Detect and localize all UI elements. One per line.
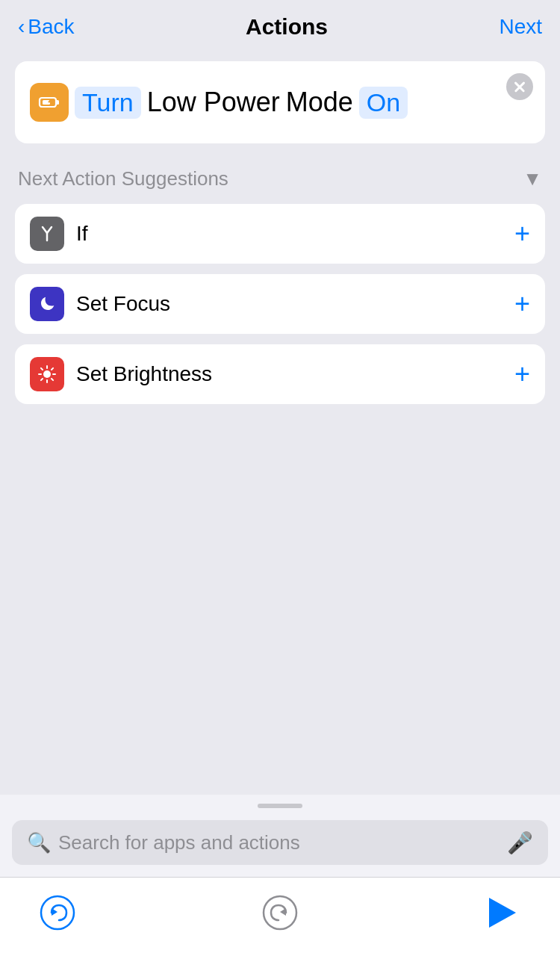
- battery-icon: [37, 90, 61, 114]
- svg-point-15: [264, 896, 296, 929]
- undo-button[interactable]: [37, 893, 78, 933]
- action-close-button[interactable]: [506, 73, 533, 100]
- search-placeholder-text: Search for apps and actions: [58, 831, 500, 854]
- run-button[interactable]: [482, 893, 523, 933]
- action-subject: Low Power: [147, 87, 280, 118]
- action-line2-subject: Mode: [286, 87, 353, 118]
- back-button[interactable]: ‹ Back: [18, 15, 75, 39]
- suggestion-item-if[interactable]: If +: [15, 204, 545, 264]
- if-icon: [30, 217, 64, 251]
- set-focus-icon: [30, 287, 64, 321]
- search-icon: 🔍: [27, 831, 51, 854]
- svg-line-10: [52, 379, 53, 380]
- drag-handle-container: [0, 795, 560, 814]
- search-bar-container: 🔍 Search for apps and actions 🎤: [0, 814, 560, 877]
- svg-line-9: [41, 368, 43, 370]
- action-verb-pill[interactable]: Turn: [75, 87, 141, 119]
- action-card: Turn Low Power Mode On: [15, 61, 545, 143]
- suggestion-setbrightness-add-button[interactable]: +: [514, 361, 530, 388]
- drag-handle[interactable]: [258, 804, 302, 808]
- action-text: Turn Low Power Mode On: [75, 87, 530, 119]
- suggestion-if-label: If: [76, 222, 88, 246]
- page-title: Actions: [246, 14, 328, 40]
- back-chevron-icon: ‹: [18, 15, 25, 39]
- suggestions-chevron-icon[interactable]: ▼: [523, 167, 542, 190]
- suggestion-item-set-brightness[interactable]: Set Brightness +: [15, 344, 545, 404]
- svg-marker-16: [280, 908, 286, 916]
- suggestion-left: Set Brightness: [30, 357, 212, 391]
- svg-rect-2: [56, 100, 59, 105]
- suggestions-title: Next Action Suggestions: [18, 167, 228, 190]
- play-icon: [489, 898, 516, 928]
- if-symbol-icon: [37, 223, 57, 244]
- svg-marker-14: [52, 908, 57, 916]
- bottom-sheet: 🔍 Search for apps and actions 🎤: [0, 795, 560, 959]
- undo-icon: [40, 895, 75, 931]
- next-button[interactable]: Next: [499, 15, 542, 39]
- search-bar[interactable]: 🔍 Search for apps and actions 🎤: [12, 820, 548, 865]
- suggestion-left: If: [30, 217, 88, 251]
- suggestion-if-add-button[interactable]: +: [514, 220, 530, 247]
- sun-icon: [37, 364, 57, 385]
- microphone-icon[interactable]: 🎤: [507, 831, 533, 855]
- main-content: Turn Low Power Mode On Next Action Sugge…: [0, 54, 560, 422]
- back-label: Back: [28, 15, 74, 39]
- set-brightness-icon: [30, 357, 64, 391]
- suggestion-left: Set Focus: [30, 287, 170, 321]
- suggestion-setfocus-add-button[interactable]: +: [514, 291, 530, 317]
- svg-point-13: [41, 896, 74, 929]
- suggestion-item-set-focus[interactable]: Set Focus +: [15, 274, 545, 334]
- redo-icon: [262, 895, 298, 931]
- action-card-icon: [30, 83, 69, 122]
- redo-button[interactable]: [260, 893, 300, 933]
- suggestions-header: Next Action Suggestions ▼: [15, 167, 545, 190]
- suggestion-setbrightness-label: Set Brightness: [76, 362, 212, 386]
- bottom-toolbar: [0, 877, 560, 959]
- svg-line-12: [41, 379, 43, 380]
- moon-icon: [37, 294, 57, 314]
- svg-point-4: [43, 370, 51, 378]
- svg-line-11: [52, 368, 53, 370]
- navigation-bar: ‹ Back Actions Next: [0, 0, 560, 54]
- suggestion-setfocus-label: Set Focus: [76, 292, 170, 316]
- action-toggle-pill[interactable]: On: [359, 87, 408, 119]
